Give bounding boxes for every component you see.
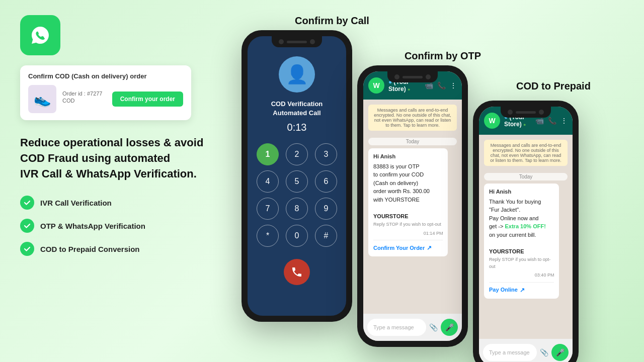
wa-header-icons-prepaid: 📹 📞 ⋮ xyxy=(535,117,568,125)
product-image: 👟 xyxy=(28,85,56,113)
features-list: IVR Call Verification OTP & WhatsApp Ver… xyxy=(20,196,231,256)
dial-star[interactable]: * xyxy=(257,225,279,247)
order-id: Order id : #7277 xyxy=(62,90,106,97)
camera-ivr xyxy=(279,39,284,44)
headline: Reduce operational losses & avoid COD Fr… xyxy=(20,135,231,182)
ivr-screen: 👤 COD VerificationAutomated Call 0:13 1 … xyxy=(248,36,346,316)
external-link-icon-otp: ↗ xyxy=(427,243,432,252)
wa-reply-otp: Reply STOP if you wish to opt-out xyxy=(373,221,443,228)
wa-call-icon-prepaid[interactable]: 📞 xyxy=(548,117,556,125)
confirm-order-button[interactable]: Confirm your order xyxy=(112,92,183,107)
wa-time-otp: 01:14 PM xyxy=(373,230,443,237)
phone-notch-prepaid xyxy=(501,107,551,118)
feature-prepaid: COD to Prepaid Conversion xyxy=(20,242,231,256)
order-card-title: Confirm COD (Cash on delivery) order xyxy=(28,72,183,80)
dial-7[interactable]: 7 xyxy=(257,198,279,220)
wa-attach-otp[interactable]: 📎 xyxy=(429,323,438,331)
wa-brand-prepaid: YOURSTORE xyxy=(489,247,554,256)
phone-ivr: 👤 COD VerificationAutomated Call 0:13 1 … xyxy=(242,30,352,322)
phone-notch-ivr xyxy=(272,36,322,47)
external-link-icon-prepaid: ↗ xyxy=(520,286,525,295)
dial-4[interactable]: 4 xyxy=(257,170,279,193)
wa-encrypt-msg-prepaid: Messages and calls are end-to-end encryp… xyxy=(484,140,568,166)
wa-video-icon[interactable]: 📹 xyxy=(425,81,433,89)
camera2-ivr xyxy=(310,39,315,44)
feature-prepaid-label: COD to Prepaid Conversion xyxy=(40,245,140,253)
order-type: COD xyxy=(62,98,106,104)
wa-chat-otp: Messages and calls are end-to-end encryp… xyxy=(363,100,462,314)
wa-msg-prepaid: Thank You for buying"Fur Jacket".Pay Onl… xyxy=(489,198,554,239)
dial-3[interactable]: 3 xyxy=(315,143,337,165)
dial-hash[interactable]: # xyxy=(315,225,337,247)
phone-otp: W ● (Your Store) ● 📹 📞 ⋮ Messages and ca… xyxy=(357,65,468,347)
camera2-prepaid xyxy=(539,110,544,115)
phones-container: Confirm by Call 👤 COD VerificationAutoma… xyxy=(242,0,644,362)
wa-input-bar-otp: Type a message 📎 🎤 xyxy=(363,314,462,341)
dial-6[interactable]: 6 xyxy=(315,170,337,193)
dialpad: 1 2 3 4 5 6 7 8 9 * 0 # xyxy=(248,143,346,247)
speaker-otp xyxy=(403,76,423,78)
wa-video-icon-prepaid[interactable]: 📹 xyxy=(535,117,544,125)
wa-mic-otp[interactable]: 🎤 xyxy=(441,319,458,336)
camera-prepaid xyxy=(508,110,513,115)
wa-chat-prepaid: Messages and calls are end-to-end encryp… xyxy=(479,135,573,339)
camera2-otp xyxy=(426,74,431,79)
dial-8[interactable]: 8 xyxy=(286,198,308,220)
wa-attach-prepaid[interactable]: 📎 xyxy=(540,348,548,356)
feature-ivr-label: IVR Call Verification xyxy=(40,199,112,207)
speaker-ivr xyxy=(287,41,307,43)
wa-header-icons: 📹 📞 ⋮ xyxy=(425,81,457,89)
wa-input-prepaid[interactable]: Type a message xyxy=(483,344,537,361)
wa-time-prepaid: 03:40 PM xyxy=(489,272,554,279)
wa-date-otp: Today xyxy=(368,138,457,145)
feature-ivr: IVR Call Verification xyxy=(20,196,231,210)
label-confirm-otp: Confirm by OTP xyxy=(387,50,498,62)
wa-input-bar-prepaid: Type a message 📎 🎤 xyxy=(479,339,573,362)
call-timer: 0:13 xyxy=(287,122,307,133)
wa-avatar-otp: W xyxy=(368,77,384,94)
whatsapp-icon xyxy=(20,15,60,55)
wa-bubble-prepaid: Hi Anish Thank You for buying"Fur Jacket… xyxy=(484,184,559,299)
wa-sender-otp: Hi Anish xyxy=(373,152,443,161)
feature-otp-label: OTP & WhatsApp Verification xyxy=(40,222,145,230)
speaker-prepaid xyxy=(516,111,536,114)
dial-9[interactable]: 9 xyxy=(315,198,337,220)
wa-menu-icon-prepaid[interactable]: ⋮ xyxy=(560,117,568,125)
wa-avatar-prepaid: W xyxy=(484,113,500,129)
prepaid-screen: W ● (Your Store) ● 📹 📞 ⋮ Messages and ca… xyxy=(479,107,573,362)
check-icon-1 xyxy=(20,196,34,210)
wa-date-prepaid: Today xyxy=(484,173,568,180)
end-call-button[interactable] xyxy=(284,259,310,285)
wa-cta-otp[interactable]: Confirm Your Order ↗ xyxy=(373,243,443,252)
wa-bubble-otp: Hi Anish 83883 is your OTPto confirm you… xyxy=(368,148,448,256)
phone-prepaid: W ● (Your Store) ● 📹 📞 ⋮ Messages and ca… xyxy=(473,101,579,362)
wa-sender-prepaid: Hi Anish xyxy=(489,188,554,196)
wa-menu-icon[interactable]: ⋮ xyxy=(450,81,457,89)
dial-5[interactable]: 5 xyxy=(286,170,308,193)
wa-call-icon[interactable]: 📞 xyxy=(437,81,446,89)
call-title: COD VerificationAutomated Call xyxy=(271,100,323,118)
caller-avatar: 👤 xyxy=(279,56,315,93)
wa-highlight-prepaid: Extra 10% OFF! xyxy=(505,223,546,229)
label-cod-prepaid: COD to Prepaid xyxy=(503,80,604,92)
wa-msg-otp: 83883 is your OTPto confirm your COD(Cas… xyxy=(373,162,443,204)
wa-brand-otp: YOURSTORE xyxy=(373,212,443,221)
order-info: Order id : #7277 COD xyxy=(62,90,106,108)
label-confirm-call: Confirm by Call xyxy=(282,15,382,27)
left-section: Confirm COD (Cash on delivery) order 👟 O… xyxy=(20,15,231,265)
dial-0[interactable]: 0 xyxy=(286,225,308,247)
check-icon-2 xyxy=(20,219,34,233)
phone-notch-otp xyxy=(387,71,438,82)
dial-2[interactable]: 2 xyxy=(286,143,308,165)
wa-reply-prepaid: Reply STOP if you wish to opt-out xyxy=(489,256,554,270)
check-icon-3 xyxy=(20,242,34,256)
order-card: Confirm COD (Cash on delivery) order 👟 O… xyxy=(20,65,191,120)
camera-otp xyxy=(394,74,399,79)
wa-encrypt-msg-otp: Messages and calls are end-to-end encryp… xyxy=(368,105,457,131)
feature-otp: OTP & WhatsApp Verification xyxy=(20,219,231,233)
wa-mic-prepaid[interactable]: 🎤 xyxy=(551,344,569,361)
wa-cta-prepaid[interactable]: Pay Online ↗ xyxy=(489,286,554,295)
dial-1[interactable]: 1 xyxy=(257,143,279,165)
otp-screen: W ● (Your Store) ● 📹 📞 ⋮ Messages and ca… xyxy=(363,71,462,341)
wa-input-otp[interactable]: Type a message xyxy=(367,319,426,336)
